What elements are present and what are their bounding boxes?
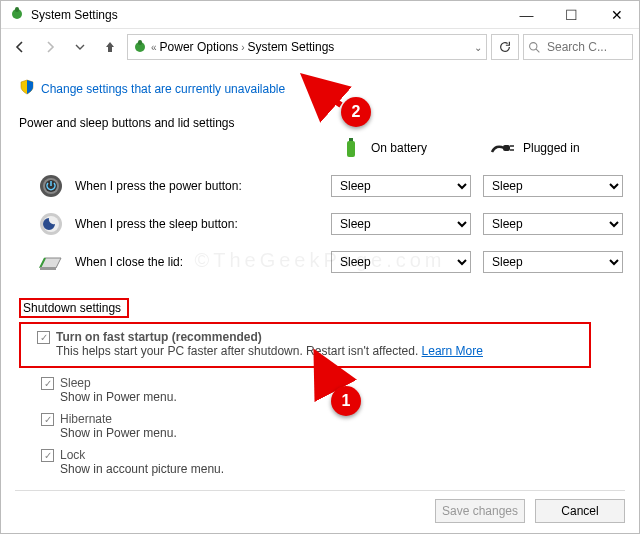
forward-button[interactable] — [37, 34, 63, 60]
refresh-button[interactable] — [491, 34, 519, 60]
power-plan-icon — [132, 38, 148, 57]
svg-line-5 — [536, 49, 539, 52]
learn-more-link[interactable]: Learn More — [422, 344, 483, 358]
sleep-button-plugged-select[interactable]: Sleep — [483, 213, 623, 235]
lid-plugged-select[interactable]: Sleep — [483, 251, 623, 273]
svg-rect-1 — [15, 7, 19, 12]
back-button[interactable] — [7, 34, 33, 60]
recent-dropdown[interactable] — [67, 34, 93, 60]
breadcrumb-power-options[interactable]: Power Options — [160, 40, 239, 54]
lock-checkbox[interactable] — [41, 449, 54, 462]
column-on-battery: On battery — [331, 136, 471, 160]
annotation-badge-1: 1 — [331, 386, 361, 416]
breadcrumb-dropdown-icon[interactable]: ⌄ — [474, 42, 482, 53]
titlebar: System Settings — ☐ ✕ — [1, 1, 639, 29]
annotation-badge-2: 2 — [341, 97, 371, 127]
lock-title: Lock — [60, 448, 224, 462]
svg-rect-8 — [503, 145, 510, 151]
hibernate-desc: Show in Power menu. — [60, 426, 177, 440]
power-button-battery-select[interactable]: Sleep — [331, 175, 471, 197]
svg-rect-16 — [40, 267, 56, 270]
power-button-icon — [37, 174, 65, 198]
lid-label: When I close the lid: — [75, 255, 183, 269]
fast-startup-checkbox[interactable] — [37, 331, 50, 344]
power-button-label: When I press the power button: — [75, 179, 242, 193]
plug-icon — [489, 136, 517, 160]
search-icon — [528, 41, 541, 54]
svg-point-4 — [530, 42, 537, 49]
chevron-right-icon: › — [241, 42, 244, 53]
svg-rect-7 — [349, 138, 353, 141]
hibernate-checkbox[interactable] — [41, 413, 54, 426]
column-plugged-in: Plugged in — [483, 136, 623, 160]
chevron-icon: « — [151, 42, 157, 53]
save-button[interactable]: Save changes — [435, 499, 525, 523]
sleep-button-label: When I press the sleep button: — [75, 217, 238, 231]
svg-rect-3 — [138, 40, 142, 45]
cancel-button[interactable]: Cancel — [535, 499, 625, 523]
window-title: System Settings — [31, 8, 118, 22]
power-button-plugged-select[interactable]: Sleep — [483, 175, 623, 197]
search-box[interactable] — [523, 34, 633, 60]
fast-startup-desc: This helps start your PC faster after sh… — [56, 344, 483, 358]
breadcrumb[interactable]: « Power Options › System Settings ⌄ — [127, 34, 487, 60]
battery-icon — [337, 136, 365, 160]
sleep-button-icon — [37, 212, 65, 236]
button-bar: Save changes Cancel — [15, 490, 625, 523]
shield-icon — [19, 79, 35, 98]
hibernate-title: Hibernate — [60, 412, 177, 426]
fast-startup-title: Turn on fast startup (recommended) — [56, 330, 483, 344]
sleep-button-battery-select[interactable]: Sleep — [331, 213, 471, 235]
change-settings-link[interactable]: Change settings that are currently unava… — [41, 82, 285, 96]
lock-desc: Show in account picture menu. — [60, 462, 224, 476]
navbar: « Power Options › System Settings ⌄ — [1, 29, 639, 65]
sleep-checkbox[interactable] — [41, 377, 54, 390]
sleep-desc: Show in Power menu. — [60, 390, 177, 404]
lid-battery-select[interactable]: Sleep — [331, 251, 471, 273]
section-header: Power and sleep buttons and lid settings — [19, 116, 625, 130]
sleep-title: Sleep — [60, 376, 177, 390]
maximize-button[interactable]: ☐ — [549, 1, 594, 29]
minimize-button[interactable]: — — [504, 1, 549, 29]
up-button[interactable] — [97, 34, 123, 60]
app-icon — [9, 5, 25, 24]
close-button[interactable]: ✕ — [594, 1, 639, 29]
content-pane: Change settings that are currently unava… — [1, 65, 639, 476]
breadcrumb-system-settings[interactable]: System Settings — [248, 40, 335, 54]
shutdown-settings-box: Turn on fast startup (recommended) This … — [19, 322, 591, 368]
shutdown-settings-header: Shutdown settings — [19, 298, 129, 318]
lid-icon — [37, 250, 65, 274]
search-input[interactable] — [545, 39, 615, 55]
svg-rect-6 — [347, 141, 355, 157]
